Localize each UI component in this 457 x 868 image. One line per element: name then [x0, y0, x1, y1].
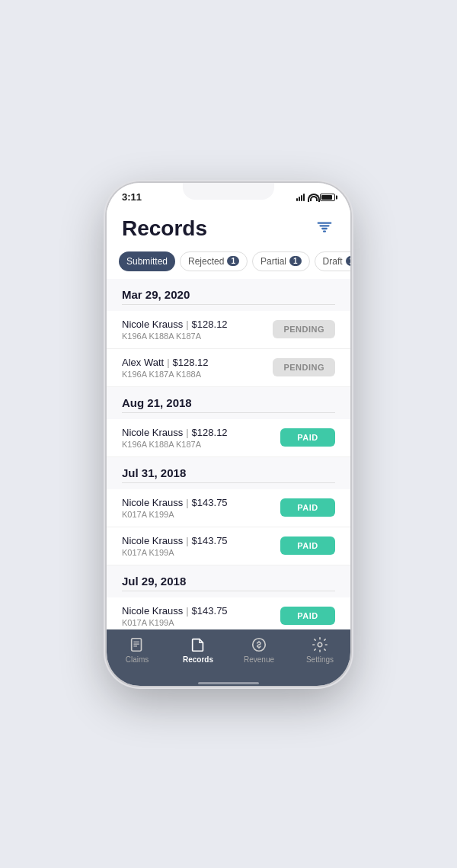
tab-rejected[interactable]: Rejected 1: [180, 251, 248, 271]
date-section-jul312018: Jul 31, 2018: [107, 457, 350, 489]
records-list: Mar 29, 2020 Nicole Krauss | $128.12 K19…: [107, 279, 350, 629]
nav-item-revenue[interactable]: Revenue: [228, 636, 289, 664]
svg-rect-0: [132, 638, 142, 651]
record-separator: |: [186, 319, 188, 330]
record-name-amount: Nicole Krauss | $143.75: [122, 535, 280, 546]
record-info: Nicole Krauss | $143.75 K017A K199A: [122, 605, 280, 627]
record-name-amount: Alex Watt | $128.12: [122, 357, 273, 368]
tab-partial[interactable]: Partial 1: [252, 251, 310, 271]
record-codes: K017A K199A: [122, 510, 280, 519]
record-info: Nicole Krauss | $143.75 K017A K199A: [122, 497, 280, 519]
tab-submitted-label: Submitted: [126, 256, 168, 267]
record-name: Nicole Krauss: [122, 535, 183, 546]
tab-submitted[interactable]: Submitted: [119, 251, 175, 271]
revenue-icon: [250, 636, 268, 654]
tab-partial-badge: 1: [289, 256, 302, 266]
records-icon: [189, 636, 207, 654]
filter-icon: [316, 220, 333, 237]
filter-button[interactable]: [314, 218, 335, 239]
status-badge: PENDING: [273, 358, 335, 376]
signal-bars-icon: [296, 194, 305, 201]
record-name: Nicole Krauss: [122, 427, 183, 438]
nav-label-settings: Settings: [306, 655, 334, 664]
date-divider: [122, 591, 335, 591]
record-codes: K196A K188A K187A: [122, 332, 273, 341]
record-codes: K196A K188A K187A: [122, 440, 280, 449]
date-section-mar2020: Mar 29, 2020: [107, 279, 350, 311]
record-item[interactable]: Nicole Krauss | $128.12 K196A K188A K187…: [107, 311, 350, 349]
record-name-amount: Nicole Krauss | $143.75: [122, 497, 280, 508]
nav-item-claims[interactable]: Claims: [107, 636, 168, 664]
header: Records: [107, 207, 350, 247]
record-separator: |: [167, 357, 169, 368]
status-badge: PAID: [280, 428, 335, 447]
svg-point-5: [318, 642, 322, 647]
record-amount: $143.75: [192, 605, 228, 617]
home-indicator: [107, 681, 350, 686]
home-bar: [198, 682, 259, 684]
status-badge: PAID: [280, 607, 335, 625]
record-name: Alex Watt: [122, 357, 164, 368]
phone-notch: [183, 183, 274, 200]
record-separator: |: [186, 427, 188, 438]
tab-partial-label: Partial: [260, 256, 286, 267]
battery-icon: [320, 194, 335, 201]
record-codes: K017A K199A: [122, 618, 280, 627]
settings-icon: [311, 636, 329, 654]
date-section-aug2018: Aug 21, 2018: [107, 387, 350, 419]
record-info: Nicole Krauss | $128.12 K196A K188A K187…: [122, 427, 280, 449]
record-amount: $128.12: [173, 357, 209, 368]
nav-label-revenue: Revenue: [244, 655, 274, 664]
record-name-amount: Nicole Krauss | $128.12: [122, 319, 273, 330]
nav-label-records: Records: [183, 655, 213, 664]
claims-icon: [128, 636, 146, 654]
record-amount: $128.12: [192, 319, 228, 330]
date-divider: [122, 304, 335, 305]
phone-shell: 3:11 Records Submitted Rejecte: [107, 183, 350, 686]
tab-rejected-badge: 1: [227, 256, 239, 266]
record-codes: K196A K187A K188A: [122, 370, 273, 379]
record-item[interactable]: Nicole Krauss | $128.12 K196A K188A K187…: [107, 419, 350, 457]
record-item[interactable]: Nicole Krauss | $143.75 K017A K199A PAID: [107, 597, 350, 629]
nav-item-settings[interactable]: Settings: [289, 636, 350, 664]
record-info: Alex Watt | $128.12 K196A K187A K188A: [122, 357, 273, 379]
date-heading-jul312018: Jul 31, 2018: [122, 466, 335, 479]
record-name: Nicole Krauss: [122, 605, 183, 617]
date-divider: [122, 482, 335, 483]
page-title: Records: [122, 216, 207, 241]
status-time: 3:11: [122, 191, 142, 203]
record-name-amount: Nicole Krauss | $128.12: [122, 427, 280, 438]
date-heading-mar2020: Mar 29, 2020: [122, 288, 335, 301]
record-separator: |: [186, 535, 188, 546]
wifi-icon: [308, 194, 317, 200]
tabs-bar: Submitted Rejected 1 Partial 1 Draft 17: [107, 247, 350, 279]
date-heading-aug2018: Aug 21, 2018: [122, 396, 335, 409]
date-heading-jul292018: Jul 29, 2018: [122, 575, 335, 588]
record-name-amount: Nicole Krauss | $143.75: [122, 605, 280, 617]
record-separator: |: [186, 497, 188, 508]
nav-item-records[interactable]: Records: [168, 636, 228, 664]
record-item[interactable]: Nicole Krauss | $143.75 K017A K199A PAID: [107, 527, 350, 565]
status-badge: PENDING: [273, 320, 335, 338]
record-info: Nicole Krauss | $143.75 K017A K199A: [122, 535, 280, 557]
record-amount: $128.12: [192, 427, 228, 438]
record-item[interactable]: Alex Watt | $128.12 K196A K187A K188A PE…: [107, 349, 350, 387]
date-divider: [122, 412, 335, 413]
date-section-jul292018: Jul 29, 2018: [107, 565, 350, 597]
record-codes: K017A K199A: [122, 548, 280, 557]
record-amount: $143.75: [192, 535, 228, 546]
status-icons: [296, 194, 335, 201]
record-separator: |: [186, 605, 188, 617]
status-badge: PAID: [280, 536, 335, 555]
screen: Records Submitted Rejected 1 Partial 1 D…: [107, 207, 350, 686]
tab-draft[interactable]: Draft 17: [315, 251, 350, 271]
bottom-nav: Claims Records Revenue: [107, 629, 350, 681]
status-badge: PAID: [280, 498, 335, 517]
record-name: Nicole Krauss: [122, 319, 183, 330]
record-name: Nicole Krauss: [122, 497, 183, 508]
record-item[interactable]: Nicole Krauss | $143.75 K017A K199A PAID: [107, 489, 350, 527]
tab-draft-label: Draft: [323, 256, 343, 267]
record-info: Nicole Krauss | $128.12 K196A K188A K187…: [122, 319, 273, 341]
tab-draft-badge: 17: [346, 256, 350, 266]
nav-label-claims: Claims: [126, 655, 149, 664]
